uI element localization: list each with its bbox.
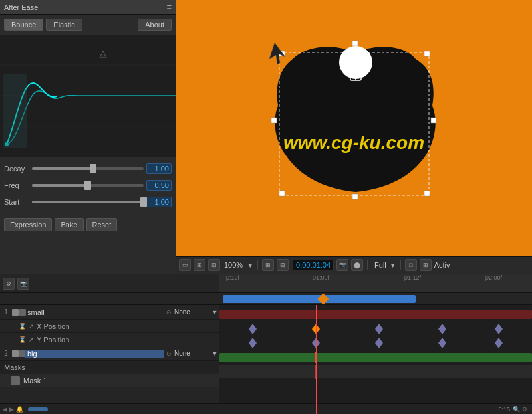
bake-button[interactable]: Bake (55, 218, 83, 231)
sep-2 (367, 260, 368, 270)
start-thumb[interactable] (140, 197, 147, 207)
layer-row-2[interactable]: 2 big ⊙ None ▼ (0, 346, 219, 361)
elastic-tab[interactable]: Elastic (46, 19, 82, 31)
masks-playhead (315, 365, 316, 379)
monitor-icon[interactable]: ▭ (179, 259, 191, 271)
freq-track[interactable] (32, 184, 144, 187)
action-row: Expression Bake Reset (0, 215, 176, 234)
svg-marker-33 (495, 338, 503, 348)
decay-track[interactable] (32, 167, 144, 170)
svg-rect-14 (352, 194, 358, 199)
grid-icon[interactable]: ⊞ (262, 259, 274, 271)
about-tab[interactable]: About (138, 19, 172, 31)
layer-icons-2 (12, 350, 25, 357)
layer-parent-icon-1: ⊙ (164, 309, 174, 316)
time-marker-1: 01:00f (313, 274, 329, 281)
x-pos-icon: ⌛ (19, 323, 26, 330)
frame-icon[interactable]: ⊞ (194, 259, 205, 271)
layer-1-track (219, 307, 532, 322)
freq-value[interactable]: 0.50 (146, 180, 172, 191)
sep-1 (257, 260, 258, 270)
y-pos-track (219, 336, 532, 349)
time-ruler: 0:12f 01:00f 01:12f 02:00f (219, 274, 532, 292)
layer-2-bar (219, 353, 532, 362)
layer-dropdown-1[interactable]: ▼ (211, 309, 219, 316)
layer-parent-select-2[interactable]: None (174, 350, 211, 357)
layer-dropdown-2[interactable]: ▼ (211, 350, 219, 357)
x-pos-track (219, 322, 532, 335)
timeline-settings-icon[interactable]: ⚙ (3, 278, 15, 290)
decay-label: Decay (4, 165, 29, 173)
start-fill (32, 201, 144, 203)
graph-area (0, 35, 176, 157)
layer-row-1[interactable]: 1 small ⊙ None ▼ (0, 305, 219, 320)
plugin-menu-icon[interactable]: ≡ (166, 2, 172, 12)
layer-solo-1[interactable] (12, 309, 19, 316)
bottom-icon-3[interactable]: 🔔 (16, 406, 23, 413)
plugin-title: After Ease (4, 3, 166, 11)
start-track[interactable] (32, 201, 144, 203)
layer-name-1: small (25, 308, 164, 316)
start-value[interactable]: 1.00 (146, 197, 172, 207)
zoom-display: 100% (223, 261, 244, 269)
preview-area: www.cg-ku.com (176, 0, 532, 274)
bottom-icon-1[interactable]: ◀ (3, 406, 7, 413)
crop-icon[interactable]: ⊡ (208, 259, 220, 271)
mini-scrollbar[interactable] (28, 407, 48, 411)
graph-svg (0, 35, 176, 157)
timeline-header: ⚙ 📷 0:12f 01:00f 01:12f 02:00f (0, 274, 532, 293)
tab-row: Bounce Elastic About (0, 15, 176, 35)
timeline-area: ⚙ 📷 0:12f 01:00f 01:12f 02:00f 1 (0, 274, 532, 414)
layer-2-track (219, 350, 532, 365)
decay-row: Decay 1.00 (4, 161, 172, 176)
pixel-icon[interactable]: ⊟ (277, 259, 289, 271)
y-pos-label: Y Position (37, 336, 69, 344)
timeline-right-header: 0:12f 01:00f 01:12f 02:00f (219, 274, 532, 292)
layer-parent-select-1[interactable]: None (174, 308, 211, 316)
masks-label: Masks (4, 363, 25, 371)
freq-thumb[interactable] (84, 181, 91, 190)
quality-dropdown-icon[interactable]: ▼ (390, 262, 396, 269)
svg-marker-27 (438, 324, 446, 334)
grid2-icon[interactable]: ⊞ (420, 259, 432, 271)
time-marker-3: 02:00f (485, 274, 502, 281)
expression-button[interactable]: Expression (4, 218, 52, 231)
bottom-icon-2[interactable]: ▶ (9, 406, 14, 413)
layers-right (219, 305, 532, 414)
decay-value[interactable]: 1.00 (146, 163, 172, 174)
layer-1-bar (219, 310, 532, 319)
viewer-icon[interactable]: □ (405, 259, 417, 271)
svg-marker-29 (249, 338, 257, 348)
svg-marker-24 (249, 324, 257, 334)
svg-marker-25 (312, 324, 320, 334)
active-label: Activ (434, 261, 450, 269)
camera-icon[interactable]: 📷 (336, 259, 348, 271)
y-pos-graph-icon: ↗ (29, 336, 34, 343)
layer-parent-icon-2: ⊙ (164, 350, 174, 357)
timeline-camera-icon[interactable]: 📷 (17, 278, 29, 290)
preview-svg: www.cg-ku.com (176, 0, 532, 274)
decay-thumb[interactable] (90, 164, 96, 173)
zoom-dropdown-icon[interactable]: ▼ (247, 262, 253, 269)
layer-solo-2[interactable] (12, 350, 19, 357)
svg-text:www.cg-ku.com: www.cg-ku.com (283, 132, 424, 153)
svg-marker-26 (375, 324, 383, 334)
x-pos-keyframes-svg (219, 324, 532, 334)
layer-num-1: 1 (0, 308, 12, 316)
timecode-display[interactable]: 0:00:01:04 (293, 260, 334, 270)
controls-area: Decay 1.00 Freq 0.50 Start 1.00 (0, 157, 176, 215)
bottom-icon-4[interactable]: 🔍 (513, 406, 520, 413)
layer-name-2: big (25, 350, 164, 358)
color-icon[interactable]: ⬤ (351, 259, 363, 271)
svg-rect-5 (3, 74, 27, 148)
bounce-tab[interactable]: Bounce (4, 19, 43, 31)
layer-icons-1 (12, 309, 25, 316)
svg-rect-11 (271, 118, 277, 123)
start-row: Start 1.00 (4, 195, 172, 209)
svg-marker-28 (495, 324, 503, 334)
reset-button[interactable]: Reset (86, 218, 118, 231)
bottom-icon-5[interactable]: ⚙ (522, 406, 527, 413)
y-pos-keyframes-svg (219, 338, 532, 348)
y-pos-icon: ⌛ (19, 336, 26, 343)
svg-rect-12 (431, 118, 436, 123)
